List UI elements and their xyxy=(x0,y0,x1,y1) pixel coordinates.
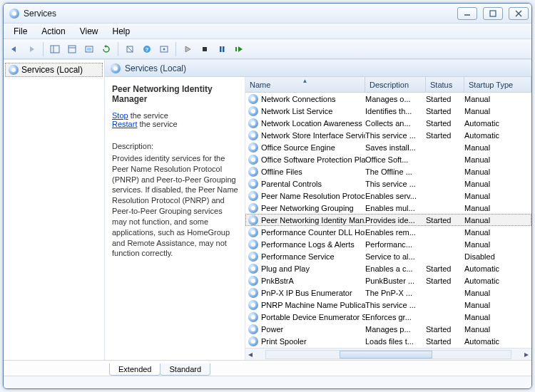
service-row[interactable]: Plug and PlayEnables a c...StartedAutoma… xyxy=(245,262,531,274)
service-startup: Manual xyxy=(464,143,531,152)
service-row[interactable]: Print SpoolerLoads files t...StartedAuto… xyxy=(245,335,531,347)
menu-help[interactable]: Help xyxy=(106,25,138,38)
close-button[interactable] xyxy=(509,7,529,20)
right-pane: Services (Local) Peer Networking Identit… xyxy=(105,60,531,360)
col-status[interactable]: Status xyxy=(426,77,464,92)
minimize-button[interactable] xyxy=(457,7,477,20)
tab-extended[interactable]: Extended xyxy=(109,363,160,376)
gear-icon xyxy=(248,106,258,116)
svg-text:?: ? xyxy=(146,46,149,53)
menubar: File Action View Help xyxy=(4,24,531,39)
gear-icon xyxy=(248,288,258,298)
service-startup: Manual xyxy=(464,95,531,103)
gear-icon xyxy=(248,300,258,310)
service-row[interactable]: Peer Networking Identity Man...Provides … xyxy=(245,214,531,226)
stop-service-button[interactable] xyxy=(197,41,213,57)
app-icon xyxy=(9,9,19,19)
service-startup: Manual xyxy=(464,289,531,297)
service-rows[interactable]: Network ConnectionsManages o...StartedMa… xyxy=(245,93,531,348)
properties-button[interactable] xyxy=(64,41,80,57)
restart-service-link[interactable]: Restart xyxy=(112,120,137,128)
service-row[interactable]: Performance Logs & AlertsPerformanc...Ma… xyxy=(245,238,531,250)
gear-icon xyxy=(248,312,258,322)
service-status: Started xyxy=(426,325,464,334)
tree-root-services-local[interactable]: Services (Local) xyxy=(5,63,103,77)
pane-header: Services (Local) xyxy=(105,60,531,77)
service-row[interactable]: Network ConnectionsManages o...StartedMa… xyxy=(245,93,531,105)
toolbar: ? xyxy=(4,39,531,59)
service-name: Network Connections xyxy=(261,95,336,103)
menu-view[interactable]: View xyxy=(73,25,106,38)
service-startup: Automatic xyxy=(464,264,531,273)
tool-button[interactable] xyxy=(156,41,172,57)
menu-action[interactable]: Action xyxy=(34,25,72,38)
svg-rect-1 xyxy=(490,11,496,16)
start-service-button[interactable] xyxy=(180,41,195,57)
stop-service-link[interactable]: Stop xyxy=(112,111,128,120)
scroll-thumb[interactable] xyxy=(340,351,432,359)
toolbar-separator xyxy=(175,42,176,56)
show-hide-tree-button[interactable] xyxy=(47,41,63,57)
refresh-button[interactable] xyxy=(98,41,114,57)
service-name: Peer Name Resolution Protocol xyxy=(261,192,365,200)
service-row[interactable]: Performance ServiceService to al...Disab… xyxy=(245,250,531,262)
gear-icon xyxy=(248,264,258,274)
gear-icon xyxy=(248,203,258,213)
pane-header-label: Services (Local) xyxy=(125,63,186,73)
service-row[interactable]: Network Store Interface ServiceThis serv… xyxy=(245,129,531,141)
console-tree[interactable]: Services (Local) xyxy=(4,60,105,360)
service-name: Network Store Interface Service xyxy=(261,131,365,140)
service-row[interactable]: PnkBstrAPunkBuster ...StartedAutomatic xyxy=(245,274,531,287)
gear-icon xyxy=(248,130,258,140)
scroll-right-icon[interactable]: ▸ xyxy=(521,349,531,359)
horizontal-scrollbar[interactable]: ◂ ▸ xyxy=(245,348,531,360)
maximize-button[interactable] xyxy=(483,7,503,20)
service-row[interactable]: Offline FilesThe Offline ...Manual xyxy=(245,165,531,177)
back-button[interactable] xyxy=(6,41,22,57)
svg-rect-18 xyxy=(235,47,237,51)
export-button[interactable] xyxy=(81,41,97,57)
service-row[interactable]: Peer Name Resolution ProtocolEnables ser… xyxy=(245,190,531,202)
services-window: Services File Action View Help xyxy=(3,3,532,389)
service-row[interactable]: PowerManages p...StartedManual xyxy=(245,323,531,335)
gear-icon xyxy=(248,227,258,237)
service-row[interactable]: Office Software Protection Platf...Offic… xyxy=(245,153,531,165)
service-row[interactable]: Network List ServiceIdentifies th...Star… xyxy=(245,105,531,117)
tab-standard[interactable]: Standard xyxy=(160,363,210,376)
service-row[interactable]: PNRP Machine Name Publicati...This servi… xyxy=(245,299,531,311)
service-description: This service ... xyxy=(365,301,426,309)
gear-icon xyxy=(248,118,258,128)
svg-rect-15 xyxy=(203,47,207,51)
forward-button[interactable] xyxy=(24,41,39,57)
service-row[interactable]: Portable Device Enumerator Ser...Enforce… xyxy=(245,311,531,323)
scroll-track[interactable] xyxy=(265,350,511,359)
service-row[interactable]: Office Source EngineSaves install...Manu… xyxy=(245,141,531,153)
menu-file[interactable]: File xyxy=(6,25,34,38)
prop-sheet-button[interactable] xyxy=(122,41,138,57)
pause-service-button[interactable] xyxy=(214,41,230,57)
service-description: Manages o... xyxy=(365,95,426,103)
service-name: Performance Counter DLL Host xyxy=(261,228,365,237)
service-row[interactable]: Performance Counter DLL HostEnables rem.… xyxy=(245,226,531,238)
svg-rect-16 xyxy=(220,46,222,52)
help-button[interactable]: ? xyxy=(139,41,155,57)
service-row[interactable]: Network Location AwarenessCollects an...… xyxy=(245,117,531,129)
gear-icon xyxy=(111,63,121,73)
service-row[interactable]: PnP-X IP Bus EnumeratorThe PnP-X ...Manu… xyxy=(245,287,531,299)
scroll-left-icon[interactable]: ◂ xyxy=(245,349,255,359)
service-status: Started xyxy=(426,107,464,115)
service-startup: Manual xyxy=(464,167,531,176)
service-description: Saves install... xyxy=(365,143,426,152)
gear-icon xyxy=(248,336,258,346)
service-row[interactable]: Parental ControlsThis service ...Manual xyxy=(245,177,531,190)
col-name[interactable]: ▲ Name xyxy=(245,77,365,92)
service-description: Collects an... xyxy=(365,119,426,128)
detail-panel: Peer Networking Identity Manager Stop th… xyxy=(105,77,245,360)
col-description[interactable]: Description xyxy=(365,77,426,92)
service-status: Started xyxy=(426,95,464,103)
restart-service-button[interactable] xyxy=(231,41,247,57)
toolbar-separator xyxy=(118,42,118,56)
service-row[interactable]: Peer Networking GroupingEnables mul...Ma… xyxy=(245,202,531,214)
service-name: Network List Service xyxy=(261,107,332,115)
col-startup-type[interactable]: Startup Type xyxy=(464,77,531,92)
